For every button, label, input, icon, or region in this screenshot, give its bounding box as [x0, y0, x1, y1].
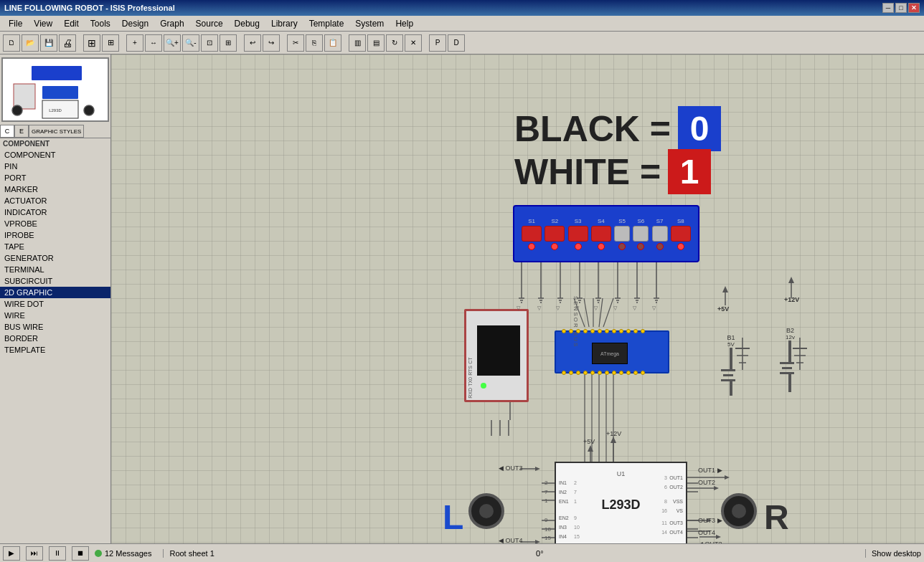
- comp-item-tape[interactable]: TAPE: [0, 241, 110, 252]
- comp-item-buswire[interactable]: BUS WIRE: [0, 321, 110, 333]
- battery-2: B2 12v: [786, 327, 795, 392]
- show-desktop[interactable]: Show desktop: [865, 549, 921, 558]
- block-move[interactable]: ▤: [367, 34, 385, 52]
- lcd-screen: [477, 325, 520, 376]
- pause-button[interactable]: ⏸: [49, 546, 66, 561]
- comp-item-actuator[interactable]: ACTUATOR: [0, 195, 110, 206]
- menu-library[interactable]: Library: [265, 17, 303, 30]
- copy-button[interactable]: ⎘: [306, 34, 323, 52]
- minimize-button[interactable]: ─: [882, 3, 894, 13]
- svg-marker-83: [725, 475, 730, 480]
- zoom-out-button[interactable]: 🔍-: [182, 34, 199, 52]
- print-button[interactable]: 🖨: [59, 34, 76, 52]
- cut-button[interactable]: ✂: [287, 34, 304, 52]
- menu-view[interactable]: View: [28, 17, 58, 30]
- comp-item-indicator[interactable]: INDICATOR: [0, 206, 110, 218]
- tb-btn-2[interactable]: ⊞: [102, 34, 119, 52]
- motor-label-right: R: [764, 497, 789, 537]
- redo-button[interactable]: ↪: [263, 34, 280, 52]
- menu-template[interactable]: Template: [303, 17, 350, 30]
- comp-item-2dgraphic[interactable]: 2D GRAPHIC: [0, 287, 110, 298]
- svg-marker-60: [788, 277, 794, 283]
- comp-item-port[interactable]: PORT: [0, 172, 110, 184]
- sensor-bus-labels: SENSOR BUS: [572, 296, 579, 348]
- component-list: COMPONENT PIN PORT MARKER ACTUATOR INDIC…: [0, 149, 110, 543]
- open-button[interactable]: 📂: [22, 34, 39, 52]
- menu-file[interactable]: File: [3, 17, 28, 30]
- comp-item-pin[interactable]: PIN: [0, 161, 110, 172]
- tab-graphic[interactable]: GRAPHIC STYLES: [29, 125, 84, 138]
- schematic-thumbnail: L293D: [1, 57, 109, 122]
- maximize-button[interactable]: □: [895, 3, 907, 13]
- zoom-in-button[interactable]: 🔍+: [164, 34, 181, 52]
- arduino-chip: ATmega: [592, 343, 628, 364]
- sensor-s2: S2: [544, 218, 565, 250]
- comp-item-wire[interactable]: WIRE: [0, 310, 110, 321]
- tab-e[interactable]: E: [14, 125, 29, 138]
- svg-rect-3: [42, 86, 78, 99]
- titlebar: LINE FOLLOWING ROBOT - ISIS Professional…: [0, 0, 924, 16]
- chip-id-label: U1: [617, 470, 626, 477]
- canvas-area[interactable]: BLACK = 0 WHITE = 1 S1 S2: [111, 54, 924, 543]
- comp-item-template[interactable]: TEMPLATE: [0, 344, 110, 356]
- out2-label: OUT2: [698, 479, 715, 486]
- play-button[interactable]: ▶: [3, 546, 20, 561]
- left-panel: L293D C E GRAPHIC STYLES COMPONENT COMPO…: [0, 54, 111, 543]
- menu-source[interactable]: Source: [190, 17, 229, 30]
- svg-line-41: [584, 298, 589, 327]
- battery1-value: 5V: [727, 341, 735, 348]
- make-device[interactable]: D: [448, 34, 465, 52]
- tab-c[interactable]: C: [0, 125, 14, 138]
- close-button[interactable]: ✕: [908, 3, 920, 13]
- paste-button[interactable]: 📋: [324, 34, 341, 52]
- comp-item-iprobe[interactable]: IPROBE: [0, 229, 110, 241]
- thumbnail-preview: L293D: [3, 59, 108, 120]
- svg-marker-99: [535, 467, 540, 471]
- block-delete[interactable]: ✕: [405, 34, 422, 52]
- menu-help[interactable]: Help: [390, 17, 419, 30]
- block-copy[interactable]: ▥: [349, 34, 366, 52]
- svg-marker-101: [535, 540, 540, 543]
- zoom-fit-button[interactable]: ⊡: [201, 34, 218, 52]
- tb-btn-4[interactable]: ↔: [145, 34, 162, 52]
- svg-point-7: [84, 105, 94, 115]
- menu-graph[interactable]: Graph: [154, 17, 189, 30]
- comp-item-component[interactable]: COMPONENT: [0, 149, 110, 161]
- battery1-label: B1: [727, 334, 735, 341]
- status-indicator: [95, 550, 102, 557]
- comp-item-wiredot[interactable]: WIRE DOT: [0, 298, 110, 310]
- out2b-label: ◀ OUT2: [698, 540, 722, 543]
- menu-edit[interactable]: Edit: [58, 17, 85, 30]
- menu-debug[interactable]: Debug: [229, 17, 265, 30]
- comp-item-border[interactable]: BORDER: [0, 333, 110, 344]
- out3-label: OUT3 ▶: [698, 517, 722, 524]
- comp-item-marker[interactable]: MARKER: [0, 184, 110, 195]
- motor-right: [721, 493, 757, 529]
- comp-item-terminal[interactable]: TERMINAL: [0, 264, 110, 275]
- comp-item-vprobe[interactable]: VPROBE: [0, 218, 110, 229]
- schematic-canvas[interactable]: BLACK = 0 WHITE = 1 S1 S2: [111, 54, 924, 543]
- comp-item-subcircuit[interactable]: SUBCIRCUIT: [0, 275, 110, 287]
- undo-button[interactable]: ↩: [244, 34, 261, 52]
- zoom-select-button[interactable]: ⊞: [220, 34, 237, 52]
- menu-system[interactable]: System: [349, 17, 390, 30]
- battery2-label: B2: [786, 327, 795, 334]
- save-button[interactable]: 💾: [40, 34, 57, 52]
- tb-btn-1[interactable]: ⊞: [83, 34, 100, 52]
- connector-bottom: [562, 371, 645, 375]
- step-button[interactable]: ⏭: [26, 546, 43, 561]
- pick-devices[interactable]: P: [429, 34, 446, 52]
- toolbar: 🗋 📂 💾 🖨 ⊞ ⊞ + ↔ 🔍+ 🔍- ⊡ ⊞ ↩ ↪ ✂ ⎘ 📋 ▥ ▤ …: [0, 32, 924, 54]
- vcc5v-label: +5V: [717, 305, 729, 313]
- block-rotate[interactable]: ↻: [386, 34, 403, 52]
- svg-marker-95: [588, 445, 593, 452]
- stop-button[interactable]: ⏹: [72, 546, 89, 561]
- out3-left-label: ◀ OUT3: [499, 465, 523, 472]
- menu-design[interactable]: Design: [116, 17, 154, 30]
- menu-tools[interactable]: Tools: [85, 17, 116, 30]
- svg-rect-1: [32, 66, 82, 80]
- black-label-text: BLACK =: [514, 108, 671, 150]
- tb-btn-3[interactable]: +: [126, 34, 143, 52]
- new-button[interactable]: 🗋: [3, 34, 20, 52]
- comp-item-generator[interactable]: GENERATOR: [0, 252, 110, 264]
